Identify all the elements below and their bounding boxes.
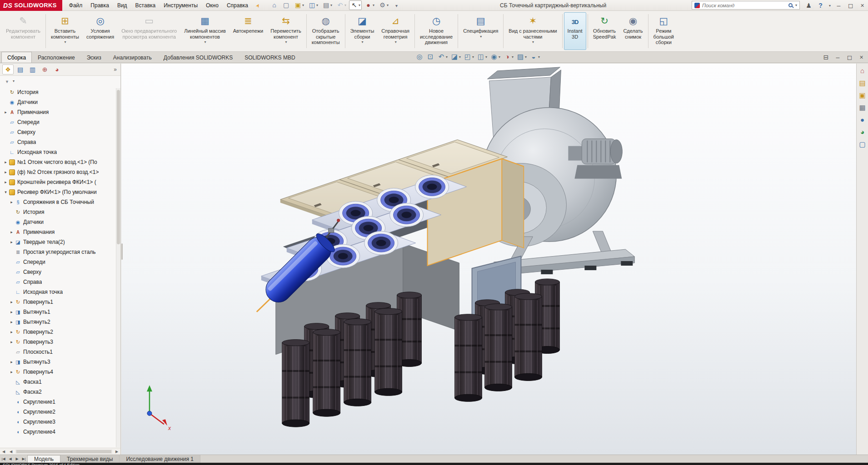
instant3d-button[interactable]: Instant 3D xyxy=(564,12,586,50)
window-arrange-icon[interactable] xyxy=(822,54,830,61)
view-orientation-button[interactable]: ▾ xyxy=(463,52,475,61)
tree-item[interactable]: ▸(ф) №2 Отсек грязного возд.<1> xyxy=(0,167,120,177)
show-hidden-components-button[interactable]: Отобразить скрытые компоненты xyxy=(308,12,344,50)
tree-item[interactable]: Сверху xyxy=(0,267,120,277)
search-input[interactable] xyxy=(702,3,786,8)
ribbon-tab[interactable]: Эскиз xyxy=(81,52,107,63)
tree-item[interactable]: ▸Повернуть3 xyxy=(0,337,120,347)
appearances-icon[interactable] xyxy=(858,116,866,124)
filter-cartridge[interactable] xyxy=(282,340,309,427)
reference-geometry-button[interactable]: Справочная геометрия▾ xyxy=(378,12,413,50)
panel-tab-propertymanager[interactable] xyxy=(15,64,26,74)
tree-item[interactable]: Фаска2 xyxy=(0,387,120,397)
tree-item[interactable]: Фаска1 xyxy=(0,377,120,387)
expander-icon[interactable]: ▸ xyxy=(9,200,15,204)
dropdown-arrow-icon[interactable]: ▾ xyxy=(373,3,374,7)
tree-item[interactable]: Справа xyxy=(0,137,120,147)
tree-item[interactable]: ▸Кронштейн ресивера ФКИ<1> ( xyxy=(0,177,120,187)
menu-item[interactable]: Вставка xyxy=(131,0,160,10)
menu-item[interactable]: Инструменты xyxy=(160,0,202,10)
toolbar-options-button[interactable] xyxy=(391,0,402,10)
search-dropdown-icon[interactable]: ▾ xyxy=(795,3,797,7)
tree-item[interactable]: Датчики xyxy=(0,217,120,227)
expander-icon[interactable]: ▸ xyxy=(9,240,15,244)
doc-restore-icon[interactable] xyxy=(846,54,853,61)
move-component-button[interactable]: Переместить компонент▾ xyxy=(267,12,304,50)
custom-properties-icon[interactable] xyxy=(858,128,866,136)
dropdown-arrow-icon[interactable]: ▾ xyxy=(344,3,346,7)
design-library-icon[interactable] xyxy=(858,79,866,87)
ribbon-tab[interactable]: Расположение xyxy=(32,52,81,63)
select-button[interactable]: ▾ xyxy=(349,0,362,10)
tree-item[interactable]: ▸Сопряжения в СБ Точечный xyxy=(0,197,120,207)
hscroll-thumb[interactable] xyxy=(16,450,111,453)
tree-horizontal-scrollbar[interactable]: ◀ ◀ ▶ xyxy=(0,448,120,455)
pin-menu-icon[interactable] xyxy=(254,1,262,9)
tree-item[interactable]: Спереди xyxy=(0,257,120,267)
menu-item[interactable]: Окно xyxy=(202,0,223,10)
tree-vertical-scrollbar[interactable] xyxy=(116,88,120,447)
dropdown-arrow-icon[interactable]: ▾ xyxy=(499,55,500,59)
tree-item[interactable]: ▸№1 Отсек чистого возд.<1> (По xyxy=(0,157,120,167)
exploded-view-button[interactable]: Вид с разнесенными частями▾ xyxy=(505,12,560,50)
tree-item[interactable]: ▸Твердые тела(2) xyxy=(0,237,120,247)
graphics-viewport[interactable]: x xyxy=(121,64,856,455)
tree-item[interactable]: Спереди xyxy=(0,117,120,127)
file-explorer-icon[interactable] xyxy=(858,91,866,99)
smart-fasteners-button[interactable]: Автокрепежи xyxy=(229,12,267,50)
filter-cartridge[interactable] xyxy=(485,304,512,391)
help-dropdown-icon[interactable]: ▾ xyxy=(829,4,831,8)
expander-icon[interactable]: ▸ xyxy=(3,160,9,164)
menu-item[interactable]: Вид xyxy=(113,0,131,10)
ribbon-tab[interactable]: Анализировать xyxy=(107,52,158,63)
display-style-button[interactable]: ▾ xyxy=(476,52,488,61)
update-speedpak-button[interactable]: Обновить SpeedPak xyxy=(589,12,620,50)
tree-item[interactable]: Сверху xyxy=(0,127,120,137)
view-settings-button[interactable]: ▾ xyxy=(529,52,541,61)
hscroll-left-icon[interactable]: ◀ xyxy=(0,450,7,454)
nav-previous-icon[interactable] xyxy=(7,455,14,463)
filter-cartridge[interactable] xyxy=(375,308,402,396)
expander-icon[interactable]: ▸ xyxy=(9,340,15,344)
panel-tab-configurationmanager[interactable] xyxy=(27,64,38,74)
panel-splitter[interactable] xyxy=(121,64,123,455)
menu-item[interactable]: Правка xyxy=(86,0,113,10)
expander-icon[interactable]: ▸ xyxy=(3,180,9,184)
tree-item[interactable]: ▸Примечания xyxy=(0,107,120,117)
solidworks-resources-icon[interactable] xyxy=(858,67,866,74)
dropdown-arrow-icon[interactable]: ▾ xyxy=(359,3,360,7)
panel-expand-icon[interactable]: » xyxy=(112,66,118,73)
new-document-button[interactable] xyxy=(281,0,291,10)
edit-appearance-button[interactable]: ▾ xyxy=(502,52,514,61)
search-icon[interactable] xyxy=(788,3,793,7)
dropdown-arrow-icon[interactable]: ▾ xyxy=(538,55,540,59)
doc-close-icon[interactable] xyxy=(858,54,865,61)
home-button[interactable] xyxy=(269,0,279,10)
expander-icon[interactable]: ▸ xyxy=(9,230,15,234)
rebuild-button[interactable]: ▾ xyxy=(363,0,376,10)
tree-item[interactable]: История xyxy=(0,207,120,217)
tree-item[interactable]: ▸Повернуть4 xyxy=(0,367,120,377)
expander-icon[interactable]: ▸ xyxy=(9,310,15,314)
ribbon-tab[interactable]: Добавления SOLIDWORKS xyxy=(158,52,239,63)
menu-item[interactable]: Файл xyxy=(65,0,87,10)
tree-item[interactable]: ▸Примечания xyxy=(0,227,120,237)
solidworks-forum-icon[interactable] xyxy=(858,140,866,148)
filter-funnel-icon[interactable] xyxy=(3,77,11,85)
tree-item[interactable]: Плоскость1 xyxy=(0,347,120,357)
hide-show-button[interactable]: ▾ xyxy=(489,52,501,61)
hscroll-right-icon[interactable]: ▶ xyxy=(113,450,120,454)
tree-item[interactable]: Скругление3 xyxy=(0,417,120,427)
tree-item[interactable]: Скругление1 xyxy=(0,397,120,407)
previous-view-button[interactable]: ▾ xyxy=(436,52,449,61)
document-tab[interactable]: Модель xyxy=(27,455,60,463)
mate-button[interactable]: Условия сопряжения xyxy=(83,12,118,50)
help-icon[interactable] xyxy=(817,2,824,10)
document-tab[interactable]: Трехмерные виды xyxy=(60,455,120,463)
open-document-button[interactable]: ▾ xyxy=(293,0,305,10)
expander-icon[interactable]: ▸ xyxy=(3,110,9,114)
zoom-area-button[interactable] xyxy=(425,52,435,61)
insert-components-button[interactable]: Вставить компоненты▾ xyxy=(47,12,83,50)
dropdown-arrow-icon[interactable]: ▾ xyxy=(512,55,514,59)
dropdown-arrow-icon[interactable]: ▾ xyxy=(387,3,389,7)
